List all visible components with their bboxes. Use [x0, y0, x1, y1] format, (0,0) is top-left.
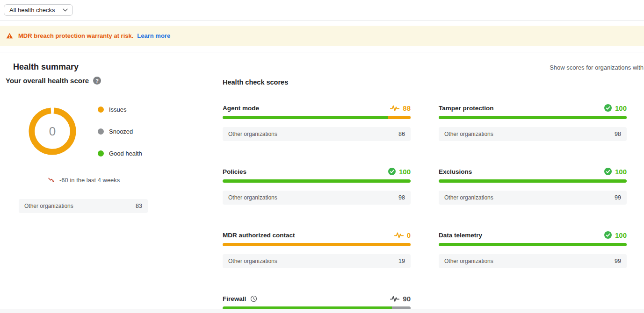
- check-circle-icon: [388, 168, 396, 175]
- warning-icon: [6, 33, 13, 39]
- health-checks-filter-dropdown[interactable]: All health checks: [4, 4, 73, 16]
- score-number: 88: [403, 104, 411, 112]
- issues-dot-icon: [98, 107, 104, 113]
- health-check-scores-title: Health check scores: [223, 78, 288, 86]
- benchmark-label: Other organizations: [444, 131, 493, 137]
- check-name: Exclusions: [439, 168, 472, 175]
- check-cards-grid: Agent mode 88 Other organizations 86 Tam…: [223, 104, 627, 310]
- pulse-icon: [390, 295, 399, 302]
- card-head: Agent mode 88: [223, 104, 411, 112]
- score-number: 100: [399, 168, 411, 176]
- warning-banner: MDR breach protection warranty at risk. …: [0, 26, 644, 46]
- benchmark-value: 86: [398, 131, 405, 137]
- check-name: Firewall: [223, 295, 257, 302]
- snoozed-dot-icon: [98, 128, 104, 135]
- show-scores-note: Show scores for organizations with: [550, 64, 644, 71]
- score-bar: [439, 179, 627, 183]
- benchmark-label: Other organizations: [228, 194, 277, 201]
- page-title: Health summary: [13, 62, 79, 72]
- check-name-text: Firewall: [223, 295, 246, 302]
- card-head: Firewall 90: [223, 294, 411, 303]
- benchmark-label: Other organizations: [228, 258, 277, 264]
- score-bar: [223, 116, 411, 119]
- check-circle-icon: [604, 231, 612, 239]
- check-benchmark-row: Other organizations 86: [223, 127, 411, 141]
- pulse-icon: [394, 232, 404, 239]
- check-name: Data telemetry: [439, 232, 482, 239]
- benchmark-value: 99: [615, 194, 621, 201]
- check-card-exclusions: Exclusions 100 Other organizations 99: [439, 167, 627, 205]
- card-head: Tamper protection 100: [439, 104, 627, 112]
- benchmark-value: 99: [615, 258, 621, 264]
- score-bar: [439, 116, 627, 119]
- pulse-icon: [390, 105, 399, 112]
- score-bar: [439, 243, 627, 246]
- learn-more-link[interactable]: Learn more: [137, 32, 170, 39]
- benchmark-label: Other organizations: [24, 203, 73, 209]
- legend-label: Good health: [109, 150, 142, 157]
- check-card-policies: Policies 100 Other organizations 98: [223, 167, 411, 205]
- check-score: 90: [390, 295, 411, 303]
- check-name: Agent mode: [223, 105, 259, 112]
- benchmark-value: 98: [615, 131, 621, 137]
- check-card-agent-mode: Agent mode 88 Other organizations 86: [223, 104, 411, 141]
- check-name: Tamper protection: [439, 105, 494, 112]
- card-head: Data telemetry 100: [439, 231, 627, 239]
- card-head: Policies 100: [223, 167, 411, 176]
- filter-bar: All health checks: [0, 0, 644, 21]
- check-circle-icon: [604, 168, 612, 175]
- check-score: 88: [390, 104, 411, 112]
- benchmark-label: Other organizations: [444, 258, 493, 264]
- score-number: 100: [615, 104, 627, 112]
- score-bar: [223, 243, 411, 246]
- overall-score-title-text: Your overall health score: [6, 77, 89, 85]
- check-circle-icon: [604, 104, 612, 112]
- legend-item-snoozed: Snoozed: [98, 128, 142, 135]
- overall-score-donut: 0: [29, 107, 76, 155]
- check-card-data-telemetry: Data telemetry 100 Other organizations 9…: [439, 231, 627, 268]
- clock-icon: [250, 295, 257, 302]
- legend-item-issues: Issues: [98, 107, 142, 113]
- check-score: 100: [388, 168, 411, 176]
- score-number: 100: [615, 231, 627, 239]
- check-score: 100: [604, 168, 627, 176]
- benchmark-label: Other organizations: [444, 194, 493, 201]
- check-score: 100: [604, 231, 627, 239]
- benchmark-value: 98: [398, 194, 405, 201]
- legend-label: Issues: [109, 106, 127, 113]
- benchmark-label: Other organizations: [228, 131, 277, 137]
- trend-down-icon: [48, 178, 56, 183]
- check-name: Policies: [223, 168, 246, 175]
- benchmark-value: 83: [136, 203, 142, 209]
- overall-score-title: Your overall health score ?: [6, 77, 101, 85]
- legend-item-good-health: Good health: [98, 150, 142, 156]
- check-score: 100: [604, 104, 627, 112]
- benchmark-value: 19: [398, 258, 405, 264]
- donut-value: 0: [29, 107, 76, 155]
- legend-label: Snoozed: [109, 128, 133, 135]
- check-benchmark-row: Other organizations 19: [223, 254, 411, 268]
- score-bar: [223, 179, 411, 183]
- divider: [0, 46, 644, 52]
- filter-selected-label: All health checks: [9, 7, 55, 14]
- card-head: MDR authorized contact 0: [223, 231, 411, 239]
- good-health-dot-icon: [98, 150, 104, 156]
- check-benchmark-row: Other organizations 99: [439, 191, 627, 205]
- score-number: 100: [615, 168, 627, 176]
- check-benchmark-row: Other organizations 98: [439, 127, 627, 141]
- check-name: MDR authorized contact: [223, 232, 295, 239]
- bottom-divider: [0, 309, 644, 313]
- overall-benchmark-row: Other organizations 83: [19, 199, 148, 213]
- trend-text: -60 in the last 4 weeks: [59, 177, 120, 184]
- health-summary-section: Health summary Show scores for organizat…: [0, 52, 644, 313]
- check-benchmark-row: Other organizations 98: [223, 191, 411, 205]
- help-icon[interactable]: ?: [93, 77, 101, 85]
- score-number: 90: [403, 295, 411, 303]
- check-benchmark-row: Other organizations 99: [439, 254, 627, 268]
- card-head: Exclusions 100: [439, 167, 627, 176]
- check-score: 0: [394, 231, 411, 239]
- check-card-mdr-authorized-contact: MDR authorized contact 0 Other organizat…: [223, 231, 411, 268]
- donut-legend: Issues Snoozed Good health: [98, 107, 142, 172]
- check-card-firewall: Firewall 90: [223, 294, 411, 310]
- check-card-tamper-protection: Tamper protection 100 Other organization…: [439, 104, 627, 141]
